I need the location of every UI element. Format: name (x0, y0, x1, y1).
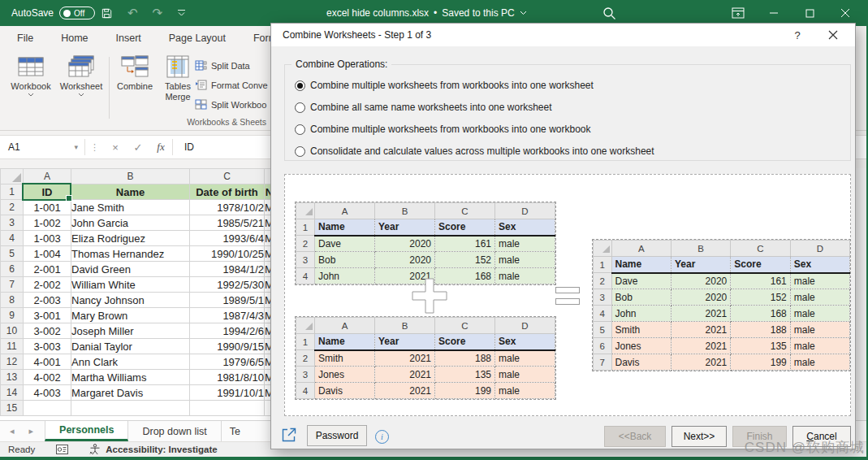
radio-option-2[interactable]: Combine all same name worksheets into on… (295, 100, 654, 115)
password-button[interactable]: Password (307, 425, 367, 446)
cell[interactable]: 2-001 (24, 262, 71, 277)
row-header-14[interactable]: 14 (1, 385, 24, 401)
info-icon[interactable]: i (375, 430, 389, 444)
cell[interactable]: Mary Brown (71, 308, 190, 323)
row-header-3[interactable]: 3 (1, 215, 24, 231)
cell[interactable]: 1979/6/5 (190, 354, 265, 370)
cell[interactable]: 1990/9/15 (190, 339, 265, 354)
row-header-12[interactable]: 12 (1, 354, 24, 370)
row-header-9[interactable]: 9 (1, 308, 24, 323)
cell[interactable]: Danial Taylor (71, 339, 190, 354)
worksheet-button[interactable]: Worksheet (57, 55, 106, 102)
cell[interactable] (190, 401, 265, 416)
autosave-toggle[interactable]: AutoSave Off (11, 0, 95, 26)
cancel-entry-icon[interactable]: × (104, 141, 127, 154)
cell[interactable]: 1990/10/25 (190, 246, 265, 262)
cell[interactable]: 4-002 (24, 370, 71, 385)
dialog-help-button[interactable]: ? (785, 24, 810, 46)
confirm-entry-icon[interactable]: ✓ (127, 141, 149, 154)
cell[interactable]: Joseph Miller (71, 323, 190, 339)
formula-content[interactable]: ID (173, 141, 194, 153)
cell[interactable]: William White (71, 277, 190, 293)
sheet-tab-drop-down-list[interactable]: Drop down list (128, 421, 221, 441)
cell[interactable]: David Green (71, 262, 190, 277)
cell[interactable]: Eliza Rodriguez (71, 231, 190, 246)
cell[interactable]: 1-003 (24, 231, 71, 246)
row-header-8[interactable]: 8 (1, 293, 24, 308)
row-header-6[interactable]: 6 (1, 262, 24, 277)
select-all-corner[interactable] (1, 169, 24, 184)
cell[interactable]: 2-002 (24, 277, 71, 293)
radio-selected-icon[interactable] (295, 80, 305, 91)
cell[interactable]: 2-003 (24, 293, 71, 308)
row-header-15[interactable]: 15 (1, 401, 24, 416)
header-cell[interactable]: Date of birth (190, 184, 265, 200)
cell[interactable]: Margaret Davis (71, 385, 190, 401)
row-header-2[interactable]: 2 (1, 200, 24, 215)
row-header-4[interactable]: 4 (1, 231, 24, 246)
cell[interactable]: 1987/4/3 (190, 308, 265, 323)
combine-button[interactable]: Combine (113, 55, 157, 92)
cell[interactable]: 1981/8/10 (190, 370, 265, 385)
workbook-button[interactable]: Workbook (6, 55, 55, 102)
cell[interactable]: 1-004 (24, 246, 71, 262)
ribbon-tab-insert[interactable]: Insert (102, 26, 155, 50)
cell[interactable]: Nancy Johnson (71, 293, 190, 308)
customize-qat-icon[interactable] (177, 9, 186, 17)
cell[interactable] (71, 401, 190, 416)
sheet-tab-clipped[interactable]: Te (222, 421, 242, 441)
row-header-11[interactable]: 11 (1, 339, 24, 354)
radio-option-4[interactable]: Consolidate and calculate values across … (295, 144, 654, 158)
macro-record-icon[interactable] (56, 445, 68, 454)
radio-icon[interactable] (295, 146, 305, 157)
cell[interactable]: Ann Clark (71, 354, 190, 370)
search-icon[interactable] (602, 7, 616, 20)
split-data-button[interactable]: Split Data (195, 59, 268, 72)
column-header-c[interactable]: C (190, 169, 265, 184)
ribbon-tab-file[interactable]: File (3, 26, 47, 50)
row-header-1[interactable]: 1 (1, 184, 24, 200)
cell[interactable]: Martha Williams (71, 370, 190, 385)
header-cell[interactable]: Name (71, 184, 190, 200)
undo-icon[interactable]: ↶ (127, 6, 138, 20)
namebox-dropdown-icon[interactable]: ▾ (74, 143, 78, 151)
redo-icon[interactable]: ↷ (153, 6, 163, 20)
column-header-a[interactable]: A (24, 169, 71, 184)
cell[interactable]: 3-001 (24, 308, 71, 323)
split-workbook-button[interactable]: Split Workboo (195, 98, 268, 111)
accessibility-checker[interactable]: Accessibility: Investigate (89, 444, 217, 455)
cell[interactable]: 1994/2/6 (190, 323, 265, 339)
dialog-titlebar[interactable]: Combine Worksheets - Step 1 of 3 ? (271, 24, 855, 46)
autosave-pill[interactable]: Off (59, 7, 95, 20)
row-header-10[interactable]: 10 (1, 323, 24, 339)
next-sheet-icon[interactable]: ▸ (29, 426, 34, 436)
cell[interactable]: 1991/10/1 (190, 385, 265, 401)
share-icon[interactable] (281, 427, 297, 443)
radio-option-1[interactable]: Combine multiple worksheets from workboo… (295, 78, 654, 93)
cell[interactable]: Jane Smith (71, 200, 190, 215)
cell[interactable]: 1-001 (24, 200, 71, 215)
cell[interactable]: 3-003 (24, 339, 71, 354)
cell[interactable]: John Garcia (71, 215, 190, 231)
radio-icon[interactable] (295, 102, 305, 113)
tables-merge-button[interactable]: Tables Merge (159, 55, 196, 102)
cell[interactable]: 1985/5/21 (190, 215, 265, 231)
row-header-5[interactable]: 5 (1, 246, 24, 262)
row-header-13[interactable]: 13 (1, 370, 24, 385)
insert-function-icon[interactable]: fx (149, 141, 172, 154)
saved-status[interactable]: Saved to this PC (442, 7, 514, 19)
cell[interactable]: 1978/10/2 (190, 200, 265, 215)
next-button[interactable]: Next>> (672, 426, 727, 447)
ribbon-tab-page-layout[interactable]: Page Layout (155, 26, 240, 50)
ribbon-tab-home[interactable]: Home (47, 26, 101, 50)
name-box[interactable]: A1 ▾ (0, 136, 84, 158)
cell[interactable]: 1-002 (24, 215, 71, 231)
header-cell[interactable]: ID (24, 184, 71, 200)
prev-sheet-icon[interactable]: ◂ (10, 426, 15, 436)
cell[interactable]: 4-003 (24, 385, 71, 401)
dialog-close-icon[interactable] (819, 24, 847, 46)
radio-option-3[interactable]: Combine multiple worksheets from workboo… (295, 122, 654, 137)
sheet-tab-personnels[interactable]: Personnels (45, 421, 128, 441)
format-converter-button[interactable]: Format Conve (195, 78, 268, 92)
cell[interactable]: Thomas Hernandez (71, 246, 190, 262)
